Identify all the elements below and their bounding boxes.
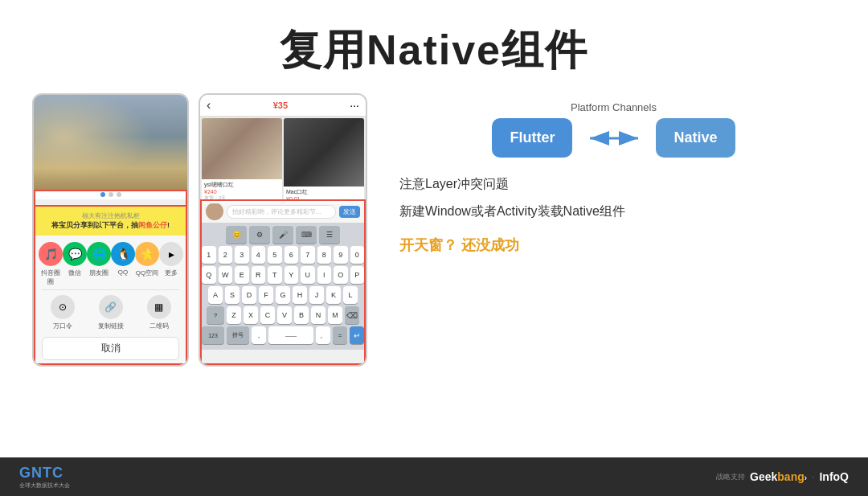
share-icon-copylink[interactable]: 🔗 复制链接 [98,295,124,330]
share-icon-qrcode[interactable]: ▦ 二维码 [147,295,171,330]
main-content: 福大有注注抱机私柜 将宝贝分享到以下平台，抽闲鱼公仔! 🎵 抖音圈圈 💬 微信 [0,93,868,367]
key-1[interactable]: 1 [202,246,216,264]
share-icon-douyin[interactable]: 🎵 抖音圈圈 [39,242,63,286]
key-123[interactable]: 123 [202,326,224,344]
share-cancel-button[interactable]: 取消 [42,337,179,360]
keyboard-bottom-row: 123 拼号 ， —— 。 = ↵ [202,326,364,344]
share-icons-row1: 🎵 抖音圈圈 💬 微信 🌐 朋友圈 🐧 QQ [35,236,186,288]
key-V[interactable]: V [277,306,292,324]
share-icon-circle: 🔗 [99,295,123,319]
product-card-2[interactable]: Mac口红 ¥0 01 [284,118,364,203]
key-E[interactable]: E [235,266,249,284]
key-8[interactable]: 8 [317,246,332,264]
keyboard-zxcv-row: ? Z X C V B N M ⌫ [202,306,364,324]
flutter-box: Flutter [492,118,572,158]
share-icon-circle: 🎵 [39,242,63,266]
key-L[interactable]: L [343,286,358,304]
note-line2: 新建Window或者Activity装载Native组件 [399,201,836,222]
footer-brand-geek: Geekbang› [750,470,807,483]
key-5[interactable]: 5 [268,246,282,264]
key-3[interactable]: 3 [235,246,249,264]
share-icon-more[interactable]: ▸ 更多 [159,242,183,286]
product-price-2: ¥0 01 [286,196,362,202]
key-I[interactable]: I [317,266,332,284]
key-C[interactable]: C [260,306,275,324]
share-icon-qzone[interactable]: ⭐ QQ空间 [135,242,159,286]
phone-mock-1: 福大有注注抱机私柜 将宝贝分享到以下平台，抽闲鱼公仔! 🎵 抖音圈圈 💬 微信 [32,93,189,367]
footer-powered-by: 战略支持 [716,472,745,482]
comment-input[interactable]: 拍好精彩哟，评论更多精彩节... [227,205,336,219]
key-O[interactable]: O [334,266,348,284]
share-header-line2: 将宝贝分享到以下平台，抽闲鱼公仔! [42,220,179,231]
key-mic[interactable]: 🎤 [272,226,293,244]
keyboard-qwerty-row: Q W E R T Y U I O P [202,266,364,284]
key-equals[interactable]: = [333,326,347,344]
key-B[interactable]: B [294,306,309,324]
key-K[interactable]: K [326,286,341,304]
key-P[interactable]: P [350,266,365,284]
share-icon-label: QQ [118,268,128,276]
key-S[interactable]: S [225,286,240,304]
key-space[interactable]: —— [268,326,313,344]
key-A[interactable]: A [208,286,223,304]
share-header: 福大有注注抱机私柜 将宝贝分享到以下平台，抽闲鱼公仔! [35,207,186,236]
phone-mock-2: ‹ ¥35 ··· ysl嗯嗜口红 ¥240 发货：2天 [199,93,367,367]
key-4[interactable]: 4 [252,246,266,264]
share-icon-circle: 🌐 [87,242,111,266]
nav-more-icon: ··· [350,99,359,112]
key-menu[interactable]: ☰ [319,226,340,244]
product-info-1: ysl嗯嗜口红 ¥240 发货：2天 [202,179,282,203]
key-emoji[interactable]: 😊 [226,226,247,244]
right-content: Platform Channels Flutter [391,93,836,367]
keyboard-asdf-row: A S D F G H J K L [202,286,364,304]
key-0[interactable]: 0 [350,246,365,264]
footer-brand-infoq: InfoQ [819,470,849,483]
key-2[interactable]: 2 [219,246,233,264]
key-settings[interactable]: ⚙ [249,226,270,244]
footer-logo-sub: 全球大数据技术大会 [19,482,70,490]
key-H[interactable]: H [293,286,307,304]
share-icon-qq[interactable]: 🐧 QQ [111,242,135,286]
product-name-2: Mac口红 [286,188,362,196]
key-U[interactable]: U [301,266,315,284]
key-R[interactable]: R [252,266,266,284]
key-Y[interactable]: Y [285,266,299,284]
footer-right: 战略支持 Geekbang› · InfoQ [716,470,849,483]
key-keyboard[interactable]: ⌨ [296,226,317,244]
key-question[interactable]: ? [207,306,224,324]
share-icon-circle: ▦ [147,295,171,319]
product-card-1[interactable]: ysl嗯嗜口红 ¥240 发货：2天 [202,118,282,203]
share-icons-row2: ⊙ 万口令 🔗 复制链接 ▦ 二维码 [35,292,186,334]
key-N[interactable]: N [311,306,326,324]
key-6[interactable]: 6 [285,246,299,264]
key-X[interactable]: X [244,306,258,324]
key-period[interactable]: 。 [316,326,330,344]
key-F[interactable]: F [259,286,273,304]
key-W[interactable]: W [219,266,233,284]
send-button[interactable]: 发送 [339,206,360,218]
nav-back-button[interactable]: ‹ [207,98,211,113]
key-D[interactable]: D [242,286,256,304]
product-price-1: ¥240 [204,189,280,195]
share-icon-wechat[interactable]: 💬 微信 [63,242,87,286]
key-T[interactable]: T [268,266,282,284]
key-7[interactable]: 7 [301,246,315,264]
key-M[interactable]: M [328,306,342,324]
key-pinyin[interactable]: 拼号 [227,326,249,344]
key-return[interactable]: ↵ [350,326,364,344]
note-line1: 注意Layer冲突问题 [399,174,836,195]
key-J[interactable]: J [309,286,324,304]
phone2-nav: ‹ ¥35 ··· [200,95,366,117]
share-icon-wankou[interactable]: ⊙ 万口令 [51,295,75,330]
key-comma[interactable]: ， [252,326,266,344]
key-Z[interactable]: Z [227,306,241,324]
platform-channels-label: Platform Channels [571,101,657,113]
share-icon-moments[interactable]: 🌐 朋友圈 [87,242,111,286]
product-image-2 [284,118,364,187]
key-backspace[interactable]: ⌫ [345,306,359,324]
key-G[interactable]: G [276,286,290,304]
share-sheet: 福大有注注抱机私柜 将宝贝分享到以下平台，抽闲鱼公仔! 🎵 抖音圈圈 💬 微信 [34,205,187,365]
key-9[interactable]: 9 [334,246,348,264]
share-icon-circle: 💬 [63,242,87,266]
key-Q[interactable]: Q [202,266,216,284]
